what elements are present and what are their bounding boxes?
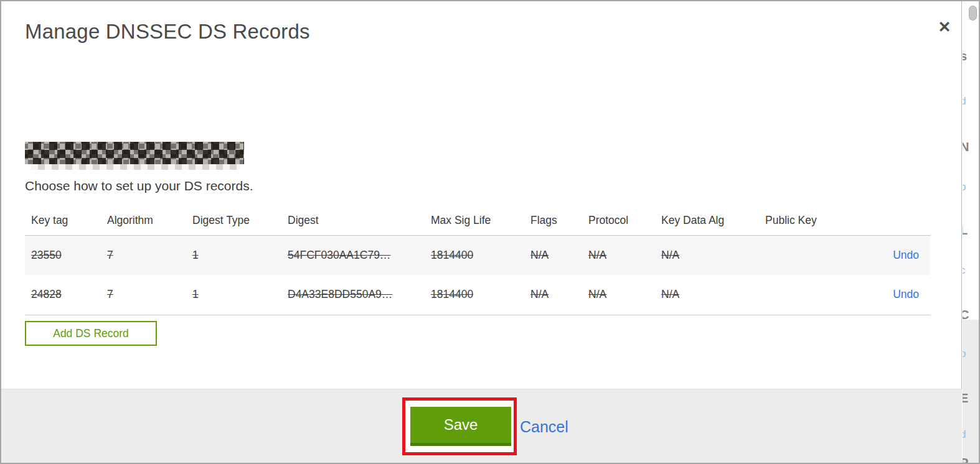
cell-digest-type: 1 — [192, 275, 288, 315]
cell-algorithm: 7 — [107, 235, 192, 275]
background-link-fragment: o — [963, 182, 966, 192]
save-button[interactable]: Save — [410, 407, 511, 446]
background-text-fragment: C — [963, 309, 969, 321]
cell-public-key — [765, 235, 843, 275]
col-header-algorithm: Algorithm — [107, 206, 192, 235]
cell-algorithm: 7 — [107, 275, 192, 315]
background-text-fragment: P — [963, 457, 968, 463]
cell-digest: 54FCF030AA1C79… — [288, 235, 431, 275]
table-row: 24828 7 1 D4A33E8DD550A9… 1814400 N/A N/… — [25, 275, 930, 315]
undo-link[interactable]: Undo — [893, 249, 919, 261]
col-header-digest: Digest — [288, 206, 431, 235]
cell-key-tag: 24828 — [25, 275, 107, 315]
cell-max-sig-life: 1814400 — [431, 275, 530, 315]
background-text-fragment: s — [963, 50, 967, 62]
cell-protocol: N/A — [588, 275, 661, 315]
col-header-key-data-alg: Key Data Alg — [661, 206, 765, 235]
table-header-row: Key tag Algorithm Digest Type Digest Max… — [25, 206, 930, 235]
background-link-fragment: c — [963, 265, 966, 276]
background-link-fragment: o — [963, 348, 966, 359]
background-text-fragment: E — [963, 392, 968, 404]
cell-key-tag: 23550 — [25, 235, 107, 275]
background-text-fragment: N — [963, 141, 969, 153]
background-link-fragment: d — [963, 429, 966, 440]
cell-flags: N/A — [530, 275, 588, 315]
cell-protocol: N/A — [588, 235, 661, 275]
close-icon[interactable]: ✕ — [933, 16, 956, 38]
col-header-key-tag: Key tag — [25, 206, 107, 235]
cell-public-key — [765, 275, 843, 315]
col-header-digest-type: Digest Type — [192, 206, 288, 235]
scrollbar-thumb[interactable] — [969, 6, 977, 21]
col-header-public-key: Public Key — [765, 206, 843, 235]
domain-name-redacted — [25, 142, 244, 164]
cell-digest: D4A33E8DD550A9… — [288, 275, 431, 315]
add-ds-record-button[interactable]: Add DS Record — [25, 321, 157, 346]
cell-digest-type: 1 — [192, 235, 288, 275]
cell-key-data-alg: N/A — [661, 275, 765, 315]
cell-flags: N/A — [530, 235, 588, 275]
undo-link[interactable]: Undo — [893, 288, 919, 300]
background-link-fragment: d — [963, 96, 966, 106]
col-header-protocol: Protocol — [588, 206, 661, 235]
table-row: 23550 7 1 54FCF030AA1C79… 1814400 N/A N/… — [25, 235, 930, 275]
cancel-link[interactable]: Cancel — [520, 418, 568, 436]
background-text-fragment: L — [963, 224, 968, 236]
col-header-flags: Flags — [530, 206, 588, 235]
page-title: Manage DNSSEC DS Records — [25, 20, 310, 44]
col-header-max-sig-life: Max Sig Life — [431, 206, 530, 235]
col-header-actions — [843, 206, 930, 235]
background-page-strip: s d N o L c C o E d P — [963, 1, 979, 463]
dnssec-modal-screen: Manage DNSSEC DS Records ✕ Choose how to… — [0, 0, 980, 464]
cell-max-sig-life: 1814400 — [431, 235, 530, 275]
instruction-text: Choose how to set up your DS records. — [25, 179, 253, 193]
cell-key-data-alg: N/A — [661, 235, 765, 275]
ds-records-table: Key tag Algorithm Digest Type Digest Max… — [25, 206, 930, 315]
